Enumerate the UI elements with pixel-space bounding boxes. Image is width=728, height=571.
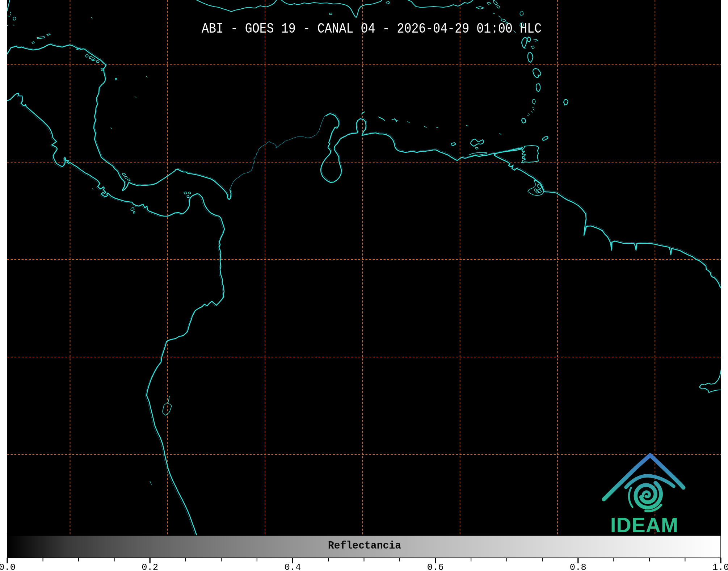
svg-text:1.0: 1.0	[712, 562, 728, 571]
svg-text:IDEAM: IDEAM	[610, 513, 679, 537]
svg-text:0.4: 0.4	[284, 562, 301, 571]
svg-text:ABI - GOES 19 - CANAL 04 - 202: ABI - GOES 19 - CANAL 04 - 2026-04-29 01…	[202, 21, 542, 37]
svg-text:0.2: 0.2	[142, 562, 158, 571]
svg-text:0.8: 0.8	[570, 562, 586, 571]
svg-text:Reflectancia: Reflectancia	[328, 539, 401, 552]
svg-text:0.6: 0.6	[427, 562, 444, 571]
svg-text:0.0: 0.0	[0, 562, 16, 571]
